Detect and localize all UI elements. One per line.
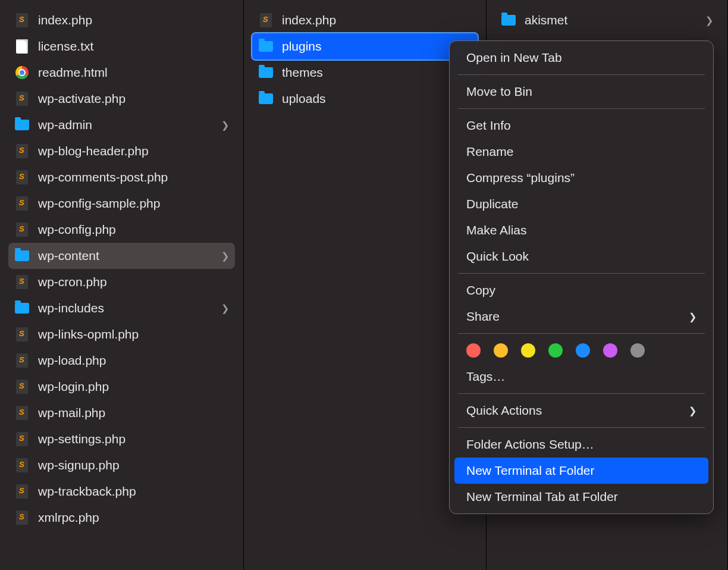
context-menu-separator [458, 427, 705, 428]
finder-item-label: wp-cron.php [38, 275, 229, 289]
finder-column-1[interactable]: index.phplicense.txtreadme.htmlwp-activa… [0, 0, 244, 570]
chevron-right-icon: ❯ [221, 120, 229, 131]
context-menu-item[interactable]: Open in New Tab [454, 45, 708, 71]
context-menu-separator [458, 74, 705, 75]
tag-color-dot[interactable] [521, 343, 535, 358]
folder-icon [258, 65, 274, 80]
finder-item[interactable]: wp-admin❯ [8, 112, 235, 138]
context-menu-item[interactable]: Quick Actions❯ [454, 397, 708, 424]
context-menu-item-label: Move to Bin [466, 84, 532, 99]
finder-item-label: plugins [282, 39, 464, 54]
finder-item-label: wp-content [38, 249, 221, 263]
finder-item[interactable]: wp-config-sample.php [8, 190, 235, 217]
sublime-file-icon [258, 12, 274, 28]
context-menu-separator [458, 273, 705, 274]
context-menu-item[interactable]: New Terminal at Folder [454, 458, 708, 484]
finder-item-label: wp-config.php [38, 223, 229, 237]
context-menu-item-label: New Terminal at Folder [466, 463, 595, 478]
folder-icon [258, 91, 274, 107]
context-menu-item[interactable]: Move to Bin [454, 79, 708, 105]
sublime-file-icon [14, 379, 30, 394]
finder-item[interactable]: readme.html [8, 59, 235, 86]
sublime-file-icon [14, 458, 30, 473]
sublime-file-icon [14, 170, 30, 185]
context-menu-item[interactable]: Quick Look [454, 243, 708, 270]
sublime-file-icon [14, 405, 30, 421]
context-menu-item[interactable]: Rename [454, 139, 708, 165]
finder-item-label: akismet [525, 13, 705, 27]
chevron-right-icon: ❯ [689, 311, 696, 322]
finder-item-label: wp-activate.php [38, 92, 229, 106]
finder-item[interactable]: wp-settings.php [8, 426, 235, 452]
chevron-right-icon: ❯ [221, 250, 229, 262]
folder-icon [14, 248, 30, 264]
context-menu-item[interactable]: Folder Actions Setup… [454, 431, 708, 458]
tag-color-dot[interactable] [494, 343, 508, 358]
sublime-file-icon [14, 222, 30, 237]
context-menu-item-label: Folder Actions Setup… [466, 437, 594, 452]
finder-item[interactable]: themes [252, 59, 478, 86]
finder-item[interactable]: index.php [8, 7, 235, 33]
finder-item-label: wp-load.php [38, 353, 229, 368]
finder-item[interactable]: wp-content❯ [8, 243, 235, 269]
context-menu-item[interactable]: Copy [454, 277, 708, 303]
tag-color-dot[interactable] [548, 343, 563, 358]
finder-item[interactable]: wp-load.php [8, 347, 235, 374]
chevron-right-icon: ❯ [705, 15, 713, 26]
file-icon [14, 39, 30, 54]
finder-item[interactable]: wp-config.php [8, 217, 235, 243]
context-menu-item[interactable]: Compress “plugins” [454, 165, 708, 191]
context-menu-item-label: Quick Look [466, 249, 529, 264]
context-menu-item-label: Tags… [466, 369, 505, 384]
finder-item[interactable]: plugins❯ [252, 33, 478, 59]
finder-item-label: wp-config-sample.php [38, 196, 229, 211]
finder-item-label: wp-trackback.php [38, 484, 229, 499]
finder-item[interactable]: index.php [252, 7, 478, 33]
finder-item-label: license.txt [38, 39, 229, 54]
context-menu-item-label: Duplicate [466, 197, 519, 211]
finder-columns-view: index.phplicense.txtreadme.htmlwp-activa… [0, 0, 728, 570]
finder-item[interactable]: xmlrpc.php [8, 505, 235, 531]
finder-item[interactable]: wp-includes❯ [8, 295, 235, 321]
context-menu-item-label: Quick Actions [466, 403, 542, 418]
tag-color-dot[interactable] [603, 343, 617, 358]
finder-item[interactable]: wp-login.php [8, 374, 235, 400]
tag-color-dot[interactable] [576, 343, 590, 358]
finder-item[interactable]: wp-links-opml.php [8, 321, 235, 347]
sublime-file-icon [14, 91, 30, 107]
sublime-file-icon [14, 274, 30, 290]
context-menu-item[interactable]: New Terminal Tab at Folder [454, 484, 708, 510]
sublime-file-icon [14, 431, 30, 447]
context-menu-separator [458, 108, 705, 109]
context-menu-item[interactable]: Share❯ [454, 303, 708, 330]
chrome-html-icon [14, 65, 30, 80]
context-menu-item[interactable]: Get Info [454, 112, 708, 139]
finder-item[interactable]: akismet❯ [495, 7, 719, 33]
tag-color-row [454, 337, 708, 364]
finder-item[interactable]: wp-activate.php [8, 86, 235, 112]
context-menu-item[interactable]: Tags… [454, 364, 708, 390]
folder-icon [14, 117, 30, 133]
finder-item-label: readme.html [38, 65, 229, 80]
finder-item[interactable]: wp-comments-post.php [8, 164, 235, 190]
finder-item-label: uploads [282, 92, 472, 106]
context-menu-item[interactable]: Make Alias [454, 217, 708, 243]
context-menu-item-label: Compress “plugins” [466, 171, 575, 185]
context-menu-separator [458, 393, 705, 394]
finder-item[interactable]: wp-blog-header.php [8, 138, 235, 164]
context-menu-item-label: Share [466, 309, 500, 324]
finder-item-label: wp-settings.php [38, 432, 229, 446]
folder-icon [501, 12, 516, 28]
finder-item[interactable]: license.txt [8, 33, 235, 59]
finder-item[interactable]: wp-trackback.php [8, 478, 235, 505]
sublime-file-icon [14, 510, 30, 525]
finder-item[interactable]: wp-signup.php [8, 452, 235, 478]
finder-item-label: wp-links-opml.php [38, 327, 229, 342]
context-menu-item[interactable]: Duplicate [454, 191, 708, 217]
folder-icon [258, 39, 274, 54]
finder-item[interactable]: uploads [252, 86, 478, 112]
tag-color-dot[interactable] [466, 343, 481, 358]
finder-item[interactable]: wp-mail.php [8, 400, 235, 426]
finder-item[interactable]: wp-cron.php [8, 269, 235, 295]
tag-color-dot[interactable] [630, 343, 645, 358]
